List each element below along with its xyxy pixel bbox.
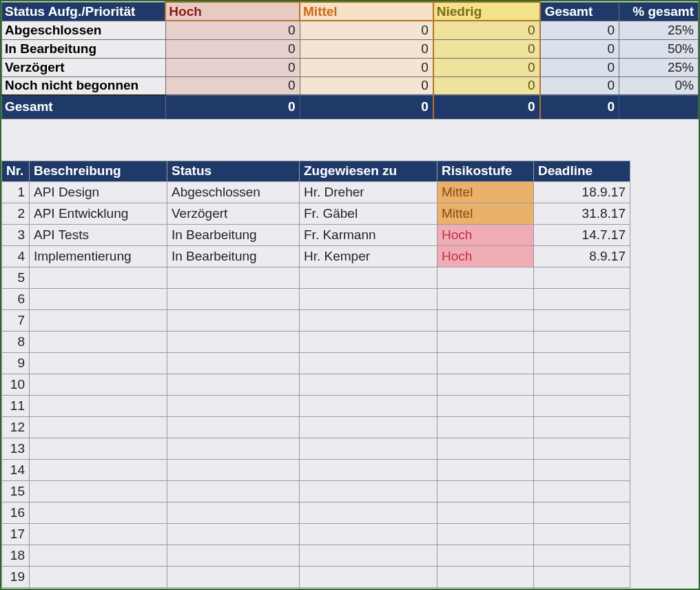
task-zugewiesen[interactable]: [300, 459, 438, 480]
task-beschreibung[interactable]: [30, 523, 167, 545]
task-beschreibung[interactable]: [30, 545, 167, 566]
task-beschreibung[interactable]: [30, 438, 167, 459]
task-status[interactable]: [167, 459, 300, 480]
task-zugewiesen[interactable]: [300, 523, 438, 545]
task-deadline[interactable]: [534, 352, 630, 374]
task-zugewiesen[interactable]: [300, 416, 438, 438]
task-beschreibung[interactable]: [30, 309, 167, 331]
task-deadline[interactable]: [534, 395, 630, 416]
summary-cell-niedrig[interactable]: 0: [433, 39, 540, 58]
task-zugewiesen[interactable]: [300, 331, 438, 352]
summary-row-label[interactable]: Verzögert: [2, 58, 166, 77]
task-status[interactable]: In Bearbeitung: [167, 224, 300, 245]
task-risiko[interactable]: [438, 502, 534, 523]
task-risiko[interactable]: [438, 395, 534, 416]
task-nr[interactable]: 8: [2, 331, 30, 352]
task-deadline[interactable]: [534, 309, 630, 331]
task-zugewiesen[interactable]: Hr. Kemper: [300, 245, 438, 267]
task-deadline[interactable]: [534, 288, 630, 309]
task-nr[interactable]: 9: [2, 352, 30, 374]
summary-cell-pct[interactable]: 25%: [619, 58, 699, 77]
task-beschreibung[interactable]: [30, 352, 167, 374]
task-zugewiesen[interactable]: Fr. Gäbel: [300, 203, 438, 224]
task-deadline[interactable]: [534, 545, 630, 566]
summary-cell-gesamt[interactable]: 0: [540, 58, 619, 77]
task-status[interactable]: [167, 352, 300, 374]
summary-row-label[interactable]: Noch nicht begonnen: [2, 77, 166, 95]
task-risiko[interactable]: [438, 374, 534, 395]
task-zugewiesen[interactable]: [300, 480, 438, 502]
task-nr[interactable]: 7: [2, 309, 30, 331]
task-deadline[interactable]: [534, 502, 630, 523]
task-zugewiesen[interactable]: [300, 566, 438, 587]
task-status[interactable]: [167, 545, 300, 566]
task-deadline[interactable]: [534, 523, 630, 545]
task-status[interactable]: Verzögert: [167, 203, 300, 224]
task-status[interactable]: [167, 374, 300, 395]
task-risiko[interactable]: Hoch: [438, 224, 534, 245]
task-deadline[interactable]: [534, 480, 630, 502]
task-beschreibung[interactable]: [30, 566, 167, 587]
task-beschreibung[interactable]: [30, 416, 167, 438]
task-beschreibung[interactable]: API Entwicklung: [30, 203, 167, 224]
summary-cell-pct[interactable]: 50%: [619, 39, 699, 58]
task-risiko[interactable]: [438, 352, 534, 374]
task-deadline[interactable]: [534, 438, 630, 459]
task-beschreibung[interactable]: Implementierung: [30, 245, 167, 267]
task-status[interactable]: [167, 331, 300, 352]
task-beschreibung[interactable]: [30, 480, 167, 502]
task-nr[interactable]: 2: [2, 203, 30, 224]
task-risiko[interactable]: [438, 545, 534, 566]
task-deadline[interactable]: 14.7.17: [534, 224, 630, 245]
task-risiko[interactable]: Mittel: [438, 181, 534, 203]
summary-cell-hoch[interactable]: 0: [165, 21, 300, 39]
task-zugewiesen[interactable]: [300, 352, 438, 374]
task-risiko[interactable]: [438, 459, 534, 480]
task-deadline[interactable]: 18.9.17: [534, 181, 630, 203]
task-nr[interactable]: 4: [2, 245, 30, 267]
summary-cell-gesamt[interactable]: 0: [540, 21, 619, 39]
summary-cell-niedrig[interactable]: 0: [433, 77, 540, 95]
task-status[interactable]: [167, 523, 300, 545]
summary-cell-hoch[interactable]: 0: [165, 39, 300, 58]
task-risiko[interactable]: [438, 267, 534, 288]
task-beschreibung[interactable]: [30, 502, 167, 523]
task-nr[interactable]: 6: [2, 288, 30, 309]
task-status[interactable]: [167, 267, 300, 288]
summary-cell-mittel[interactable]: 0: [300, 39, 433, 58]
task-nr[interactable]: 12: [2, 416, 30, 438]
task-status[interactable]: Abgeschlossen: [167, 181, 300, 203]
task-beschreibung[interactable]: [30, 374, 167, 395]
task-nr[interactable]: 19: [2, 566, 30, 587]
task-nr[interactable]: 18: [2, 545, 30, 566]
task-deadline[interactable]: [534, 566, 630, 587]
task-status[interactable]: [167, 438, 300, 459]
task-deadline[interactable]: [534, 374, 630, 395]
task-nr[interactable]: 11: [2, 395, 30, 416]
task-risiko[interactable]: [438, 331, 534, 352]
task-risiko[interactable]: [438, 416, 534, 438]
task-zugewiesen[interactable]: Hr. Dreher: [300, 181, 438, 203]
task-risiko[interactable]: Mittel: [438, 203, 534, 224]
task-beschreibung[interactable]: [30, 267, 167, 288]
summary-row-label[interactable]: In Bearbeitung: [2, 39, 166, 58]
task-beschreibung[interactable]: [30, 395, 167, 416]
task-deadline[interactable]: [534, 416, 630, 438]
task-nr[interactable]: 1: [2, 181, 30, 203]
task-beschreibung[interactable]: API Design: [30, 181, 167, 203]
task-risiko[interactable]: [438, 309, 534, 331]
task-nr[interactable]: 10: [2, 374, 30, 395]
task-nr[interactable]: 14: [2, 459, 30, 480]
task-risiko[interactable]: [438, 566, 534, 587]
task-status[interactable]: [167, 416, 300, 438]
task-risiko[interactable]: [438, 480, 534, 502]
task-status[interactable]: [167, 395, 300, 416]
summary-row-label[interactable]: Abgeschlossen: [2, 21, 166, 39]
task-deadline[interactable]: 31.8.17: [534, 203, 630, 224]
summary-cell-mittel[interactable]: 0: [300, 77, 433, 95]
task-nr[interactable]: 17: [2, 523, 30, 545]
task-status[interactable]: [167, 566, 300, 587]
task-deadline[interactable]: [534, 459, 630, 480]
summary-cell-pct[interactable]: 25%: [619, 21, 699, 39]
task-status[interactable]: [167, 502, 300, 523]
